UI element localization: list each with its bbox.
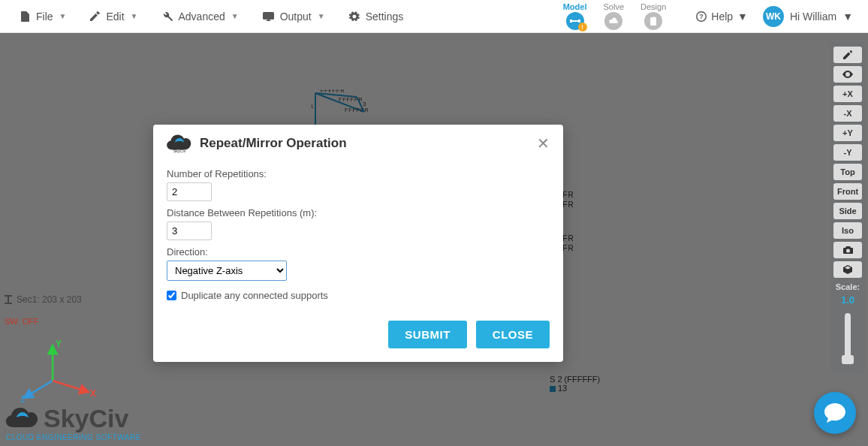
step-model[interactable]: Model ! [563, 2, 587, 30]
file-icon [21, 11, 30, 22]
chevron-down-icon: ▼ [842, 11, 853, 23]
menu-advanced[interactable]: Advanced ▼ [150, 11, 251, 23]
close-button[interactable]: ✕ [537, 136, 550, 151]
chevron-down-icon: ▼ [737, 11, 748, 23]
menu-settings[interactable]: Settings [337, 11, 416, 23]
avatar: WK [763, 6, 784, 27]
input-distance[interactable] [167, 221, 212, 240]
gear-icon [349, 11, 360, 22]
cube-icon [843, 265, 852, 274]
view-minus-x[interactable]: -X [833, 105, 862, 122]
scale-slider[interactable] [845, 313, 851, 364]
view-front[interactable]: Front [833, 183, 862, 200]
menu-output[interactable]: Output ▼ [251, 11, 337, 23]
svg-line-15 [24, 381, 53, 398]
chevron-down-icon: ▼ [318, 12, 325, 20]
chat-icon [824, 403, 845, 423]
view-iso[interactable]: Iso [833, 222, 862, 239]
tool-pencil[interactable] [833, 47, 862, 63]
view-minus-y[interactable]: -Y [833, 144, 862, 161]
view-side[interactable]: Side [833, 203, 862, 219]
tool-cube[interactable] [833, 261, 862, 278]
scale-label: Scale: [833, 282, 862, 291]
menu-file[interactable]: File ▼ [9, 11, 78, 23]
chevron-down-icon: ▼ [131, 12, 138, 20]
label-repetitions: Number of Repetitions: [167, 168, 550, 179]
eye-icon [842, 71, 853, 78]
logo: SkyCiv CLOUD ENGINEERING SOFTWARE [6, 404, 141, 441]
monitor-icon [263, 12, 274, 21]
step-solve[interactable]: Solve [603, 2, 624, 30]
wrench-icon [162, 11, 173, 22]
checkbox-duplicate-input[interactable] [167, 291, 176, 300]
menu-settings-label: Settings [366, 11, 404, 23]
help-icon: ? [696, 11, 707, 22]
slider-thumb[interactable] [842, 355, 854, 364]
clipboard-icon [649, 17, 657, 26]
menu-help-label: Help [711, 11, 733, 23]
label-distance: Distance Between Repetitions (m): [167, 207, 550, 218]
svg-line-13 [53, 381, 89, 392]
step-solve-label: Solve [603, 2, 624, 11]
axis-gizmo: Y X Z [21, 339, 96, 407]
repeat-mirror-modal: SkyCiv Repeat/Mirror Operation ✕ Number … [153, 125, 563, 362]
menu-edit-label: Edit [106, 11, 124, 23]
step-model-label: Model [563, 2, 587, 11]
svg-text:Y: Y [56, 339, 62, 349]
workflow-steps: Model ! Solve Design [563, 2, 667, 30]
right-toolbar: +X -X +Y -Y Top Front Side Iso Scale: 1.… [830, 42, 865, 373]
checkbox-duplicate-label: Duplicate any connected supports [181, 290, 328, 301]
skyciv-logo-icon [6, 406, 39, 432]
section-label: Sec1: 203 x 203 [5, 294, 82, 305]
svg-text:SkyCiv: SkyCiv [173, 149, 186, 153]
menu-help[interactable]: ? Help ▼ [687, 11, 757, 23]
view-plus-x[interactable]: +X [833, 86, 862, 102]
camera-icon [843, 246, 853, 254]
label-direction: Direction: [167, 246, 550, 258]
ibeam-icon [5, 295, 12, 304]
checkbox-duplicate-supports[interactable]: Duplicate any connected supports [167, 290, 550, 301]
view-top[interactable]: Top [833, 164, 862, 180]
submit-button[interactable]: SUBMIT [388, 321, 467, 348]
chevron-down-icon: ▼ [231, 12, 239, 20]
pencil-icon [90, 11, 100, 21]
menu-output-label: Output [280, 11, 312, 23]
logo-tagline: CLOUD ENGINEERING SOFTWARE [6, 433, 141, 441]
menu-advanced-label: Advanced [179, 11, 225, 23]
select-direction[interactable]: Negative Z-axis [167, 261, 287, 281]
sw-label: SW: OFF [5, 317, 39, 326]
svg-text:X: X [90, 388, 96, 399]
top-menubar: File ▼ Edit ▼ Advanced ▼ Output ▼ Settin… [0, 0, 868, 33]
menu-file-label: File [36, 11, 53, 23]
modal-title: Repeat/Mirror Operation [200, 136, 347, 151]
step-design-label: Design [640, 2, 666, 11]
tool-eye[interactable] [833, 66, 862, 83]
chevron-down-icon: ▼ [59, 12, 67, 20]
view-plus-y[interactable]: +Y [833, 125, 862, 141]
pencil-icon [843, 50, 852, 59]
input-repetitions[interactable] [167, 182, 212, 201]
skyciv-logo-icon: SkyCiv [167, 134, 192, 153]
chat-button[interactable] [814, 392, 856, 434]
step-design[interactable]: Design [640, 2, 666, 30]
user-greeting: Hi William [790, 11, 836, 23]
menu-edit[interactable]: Edit ▼ [78, 11, 149, 23]
cloud-icon [608, 17, 619, 25]
svg-text:Z: Z [21, 394, 25, 405]
tool-camera[interactable] [833, 242, 862, 258]
close-modal-button[interactable]: CLOSE [476, 321, 550, 348]
version-label: v3.0.2 [842, 435, 865, 444]
user-menu[interactable]: WK Hi William ▼ [757, 6, 859, 27]
svg-text:?: ? [700, 13, 704, 20]
warning-badge-icon: ! [578, 23, 587, 32]
scale-value: 1.0 [833, 294, 862, 306]
